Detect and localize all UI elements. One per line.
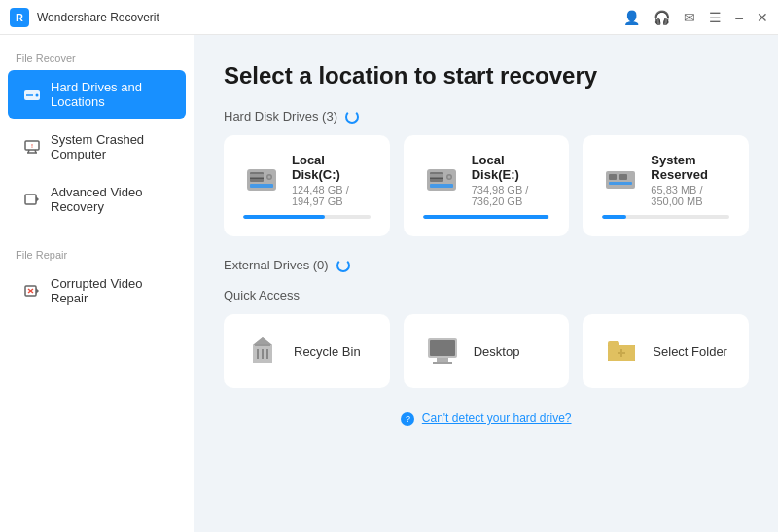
- hard-disk-refresh-icon[interactable]: [345, 110, 359, 124]
- recycle-bin-icon: [245, 334, 280, 369]
- drive-e-icon: [423, 161, 460, 198]
- file-repair-label: File Repair: [0, 241, 194, 265]
- svg-rect-19: [250, 178, 264, 179]
- select-folder-label: Select Folder: [653, 344, 727, 359]
- corrupted-video-label: Corrupted Video Repair: [51, 276, 170, 305]
- svg-rect-41: [430, 340, 455, 356]
- svg-point-21: [268, 176, 271, 179]
- svg-rect-10: [25, 195, 36, 204]
- external-drives-section-header: External Drives (0): [224, 258, 749, 272]
- footer-area: ? Can't detect your hard drive?: [224, 411, 749, 426]
- quick-card-recycle-bin[interactable]: Recycle Bin: [224, 314, 390, 388]
- crashed-computer-label: System Crashed Computer: [51, 132, 170, 161]
- page-title: Select a location to start recovery: [224, 62, 749, 89]
- mail-icon[interactable]: ✉: [684, 10, 695, 25]
- svg-point-28: [447, 176, 450, 179]
- drive-c-icon: [243, 161, 280, 198]
- drive-card-c[interactable]: Local Disk(C:) 124,48 GB / 194,97 GB: [224, 135, 390, 236]
- svg-rect-32: [619, 174, 627, 180]
- hard-drives-grid: Local Disk(C:) 124,48 GB / 194,97 GB: [224, 135, 749, 236]
- svg-rect-26: [430, 178, 443, 179]
- advanced-video-label: Advanced Video Recovery: [51, 185, 170, 214]
- svg-rect-31: [609, 174, 617, 180]
- content-area: Select a location to start recovery Hard…: [194, 35, 778, 532]
- drive-card-e[interactable]: Local Disk(E:) 734,98 GB / 736,20 GB: [404, 135, 570, 236]
- external-drives-refresh-icon[interactable]: [336, 259, 350, 272]
- cant-detect-link[interactable]: Can't detect your hard drive?: [422, 411, 572, 425]
- sidebar-item-hard-drives[interactable]: Hard Drives and Locations: [8, 70, 186, 119]
- drive-e-name: Local Disk(E:): [472, 153, 550, 182]
- drive-c-progress: [243, 215, 371, 219]
- app-title: Wondershare Recoverit: [37, 11, 623, 24]
- quick-card-select-folder[interactable]: Select Folder: [583, 314, 749, 388]
- desktop-icon: [425, 334, 460, 369]
- close-button[interactable]: ✕: [757, 10, 768, 25]
- drive-card-system[interactable]: System Reserved 65,83 MB / 350,00 MB: [583, 135, 749, 236]
- drive-e-progress: [423, 215, 550, 219]
- app-logo: R: [10, 8, 29, 27]
- menu-icon[interactable]: ☰: [709, 10, 722, 25]
- drive-system-icon: [602, 161, 639, 198]
- drive-c-name: Local Disk(C:): [292, 153, 371, 182]
- svg-marker-13: [36, 288, 39, 294]
- svg-rect-18: [250, 174, 264, 177]
- sidebar-item-corrupted-video[interactable]: Corrupted Video Repair: [8, 266, 186, 315]
- quick-card-desktop[interactable]: Desktop: [404, 314, 570, 388]
- quick-access-grid: Recycle Bin Desktop: [224, 314, 749, 388]
- main-layout: File Recover Hard Drives and Locations !: [0, 35, 778, 532]
- svg-rect-22: [250, 184, 273, 188]
- hard-drive-icon: [23, 86, 41, 103]
- hard-disk-section-header: Hard Disk Drives (3): [224, 109, 749, 124]
- hard-disk-section-label: Hard Disk Drives (3): [224, 109, 337, 124]
- sidebar: File Recover Hard Drives and Locations !: [0, 35, 194, 532]
- svg-rect-25: [430, 174, 443, 177]
- title-bar: R Wondershare Recoverit 👤 🎧 ✉ ☰ – ✕: [0, 0, 778, 35]
- svg-marker-35: [253, 337, 272, 345]
- quick-access-label: Quick Access: [224, 288, 300, 302]
- svg-rect-42: [437, 358, 448, 362]
- sidebar-item-crashed-computer[interactable]: ! System Crashed Computer: [8, 123, 186, 171]
- drive-system-size: 65,83 MB / 350,00 MB: [651, 184, 729, 207]
- external-drives-section-label: External Drives (0): [224, 258, 329, 272]
- svg-rect-43: [433, 362, 452, 364]
- advanced-video-icon: [23, 191, 41, 208]
- select-folder-icon: [604, 334, 639, 369]
- user-icon[interactable]: 👤: [623, 10, 640, 25]
- svg-point-3: [36, 94, 39, 97]
- svg-text:R: R: [16, 12, 23, 23]
- help-icon: ?: [401, 412, 414, 426]
- recycle-bin-label: Recycle Bin: [294, 344, 361, 359]
- svg-rect-33: [609, 182, 632, 185]
- hard-drives-label: Hard Drives and Locations: [51, 80, 170, 109]
- sidebar-item-advanced-video[interactable]: Advanced Video Recovery: [8, 175, 186, 224]
- svg-text:!: !: [31, 143, 33, 149]
- drive-system-name: System Reserved: [651, 153, 729, 182]
- window-controls: 👤 🎧 ✉ ☰ – ✕: [623, 10, 768, 25]
- desktop-label: Desktop: [474, 344, 520, 359]
- headset-icon[interactable]: 🎧: [654, 10, 670, 25]
- svg-rect-29: [430, 184, 453, 188]
- drive-c-size: 124,48 GB / 194,97 GB: [292, 184, 371, 207]
- crashed-computer-icon: !: [23, 138, 41, 156]
- quick-access-section-header: Quick Access: [224, 288, 749, 302]
- drive-e-size: 734,98 GB / 736,20 GB: [472, 184, 550, 207]
- minimize-button[interactable]: –: [735, 10, 743, 25]
- svg-marker-11: [36, 196, 39, 202]
- corrupted-video-icon: [23, 282, 41, 300]
- file-recover-label: File Recover: [0, 45, 194, 68]
- drive-system-progress: [602, 215, 729, 219]
